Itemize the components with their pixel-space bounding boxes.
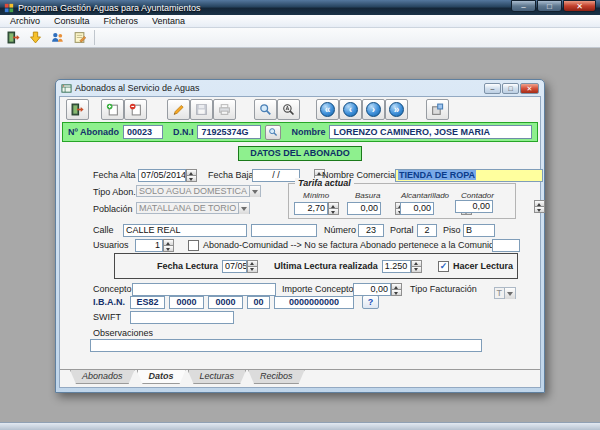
concepto-field[interactable]	[132, 283, 276, 296]
tab-abonados[interactable]: Abonados	[70, 370, 135, 384]
tipo-abon-dropdown[interactable]: SOLO AGUA DOMESTICA	[136, 185, 261, 197]
concepto-label: Concepto	[93, 283, 132, 296]
chevron-down-icon[interactable]	[238, 203, 249, 214]
child-minimize-button[interactable]: –	[484, 83, 501, 94]
window-bottom-frame	[0, 422, 600, 430]
tipo-facturacion-label: Tipo Facturación	[410, 283, 477, 296]
usuarios-spinner[interactable]	[163, 239, 174, 252]
piso-label: Piso	[443, 224, 461, 237]
fecha-baja-field[interactable]: / /	[252, 169, 300, 182]
tipo-abon-label: Tipo Abon.	[93, 186, 136, 199]
calle-field[interactable]: CALLE REAL	[123, 224, 247, 237]
comunidad-check-label: Abonado-Comunidad --> No se factura	[203, 239, 358, 252]
nav-next-icon[interactable]: ›	[362, 99, 385, 120]
toolbar-separator	[94, 30, 95, 45]
menu-ventana[interactable]: Ventana	[145, 16, 192, 26]
fecha-lectura-field[interactable]: 07/05/2014	[222, 260, 247, 273]
fecha-lectura-spinner[interactable]	[247, 260, 258, 273]
menu-consulta[interactable]: Consulta	[47, 16, 97, 26]
notepad-edit-icon[interactable]	[69, 29, 89, 46]
maximize-button[interactable]: □	[537, 0, 562, 12]
nav-first-icon[interactable]: «	[316, 99, 339, 120]
menu-ficheros[interactable]: Ficheros	[97, 16, 146, 26]
dni-field[interactable]: 71925374G	[197, 125, 261, 139]
child-window-title: Abonados al Servicio de Aguas	[75, 83, 481, 93]
comunidad-checkbox[interactable]	[188, 240, 199, 251]
fecha-baja-label: Fecha Baja	[208, 169, 254, 182]
child-content: « ‹ › » Nº Abonado 00023 D.N.I 71925374G…	[59, 96, 541, 388]
print-icon[interactable]	[213, 99, 236, 120]
child-close-button[interactable]: ✕	[520, 83, 539, 94]
subscriber-banner: Nº Abonado 00023 D.N.I 71925374G Nombre …	[62, 122, 538, 142]
fecha-alta-spinner[interactable]	[186, 169, 197, 182]
nombre-label: Nombre	[291, 127, 325, 137]
iban-label: I.B.A.N.	[93, 296, 125, 309]
usuarios-field[interactable]: 1	[135, 239, 163, 252]
users-icon[interactable]	[47, 29, 67, 46]
poblacion-label: Población	[93, 203, 133, 216]
ultima-lectura-field[interactable]: 1.250	[382, 260, 411, 273]
ultima-lectura-label: Ultima Lectura realizada	[274, 261, 378, 271]
delete-record-icon[interactable]	[124, 99, 147, 120]
bottom-tabstrip: Abonados Datos Lecturas Recibos	[60, 369, 540, 387]
child-maximize-button[interactable]: □	[502, 83, 519, 94]
nav-previous-icon[interactable]: ‹	[339, 99, 362, 120]
calle2-field[interactable]	[251, 224, 317, 237]
minimize-button[interactable]: –	[511, 0, 536, 12]
child-titlebar: Abonados al Servicio de Aguas – □ ✕	[59, 80, 541, 96]
iban-part-3[interactable]: 0000	[208, 296, 243, 309]
importe-concepto-label: Importe Concepto	[282, 283, 354, 296]
tab-lecturas[interactable]: Lecturas	[188, 370, 247, 384]
main-toolbar	[0, 28, 600, 48]
search-icon[interactable]	[254, 99, 277, 120]
search-advanced-icon[interactable]	[277, 99, 300, 120]
iban-help-button[interactable]: ?	[362, 295, 379, 309]
dni-lookup-button[interactable]	[265, 125, 281, 140]
piso-field[interactable]: B	[463, 224, 495, 237]
app-icon	[4, 3, 14, 13]
iban-part-4[interactable]: 00	[247, 296, 270, 309]
chevron-down-icon[interactable]	[249, 186, 260, 197]
abonado-number-field[interactable]: 00023	[123, 125, 163, 139]
fecha-alta-field[interactable]: 07/05/2014	[138, 169, 186, 182]
calle-label: Calle	[93, 224, 114, 237]
portal-field[interactable]: 2	[417, 224, 437, 237]
poblacion-dropdown[interactable]: MATALLANA DE TORIO	[136, 202, 250, 214]
child-window-abonados: Abonados al Servicio de Aguas – □ ✕	[55, 79, 545, 393]
selected-text: TIENDA DE ROPA	[398, 170, 476, 180]
tab-datos[interactable]: Datos	[137, 370, 186, 384]
pertenece-label: Abonado pertenece a la Comunidad	[360, 239, 504, 252]
datos-del-abonado-button[interactable]: DATOS DEL ABONADO	[238, 146, 362, 161]
change-view-icon[interactable]	[426, 99, 449, 120]
record-toolbar: « ‹ › »	[60, 97, 540, 122]
observaciones-field[interactable]	[90, 339, 482, 352]
mdi-workspace: Abonados al Servicio de Aguas – □ ✕	[0, 48, 600, 422]
pertenece-field[interactable]	[492, 239, 520, 252]
main-titlebar: Programa Gestión Aguas para Ayuntamiento…	[0, 0, 600, 15]
numero-field[interactable]: 23	[358, 224, 384, 237]
exit-door-icon[interactable]	[3, 29, 23, 46]
tab-recibos[interactable]: Recibos	[248, 370, 305, 384]
iban-part-1[interactable]: ES82	[130, 296, 165, 309]
import-arrow-icon[interactable]	[25, 29, 45, 46]
add-record-icon[interactable]	[101, 99, 124, 120]
exit-door-icon[interactable]	[66, 99, 89, 120]
close-button[interactable]: ✕	[563, 0, 596, 12]
nombre-comercial-field[interactable]: TIENDA DE ROPA	[395, 169, 543, 182]
swift-label: SWIFT	[93, 311, 121, 324]
menu-archivo[interactable]: Archivo	[3, 16, 47, 26]
ultima-lectura-spinner[interactable]	[411, 260, 422, 273]
usuarios-label: Usuarios	[93, 239, 129, 252]
nav-last-icon[interactable]: »	[385, 99, 408, 120]
hacer-lectura-checkbox[interactable]: ✓	[438, 261, 449, 272]
menubar: Archivo Consulta Ficheros Ventana	[0, 15, 600, 28]
iban-part-2[interactable]: 0000	[169, 296, 204, 309]
importe-spinner[interactable]	[391, 283, 402, 296]
dni-label: D.N.I	[173, 127, 194, 137]
iban-part-5[interactable]: 0000000000	[274, 296, 354, 309]
swift-field[interactable]	[130, 311, 234, 324]
nombre-field[interactable]: LORENZO CAMINERO, JOSE MARIA	[329, 125, 532, 139]
main-window-title: Programa Gestión Aguas para Ayuntamiento…	[18, 3, 507, 13]
edit-pencil-icon[interactable]	[167, 99, 190, 120]
save-icon[interactable]	[190, 99, 213, 120]
